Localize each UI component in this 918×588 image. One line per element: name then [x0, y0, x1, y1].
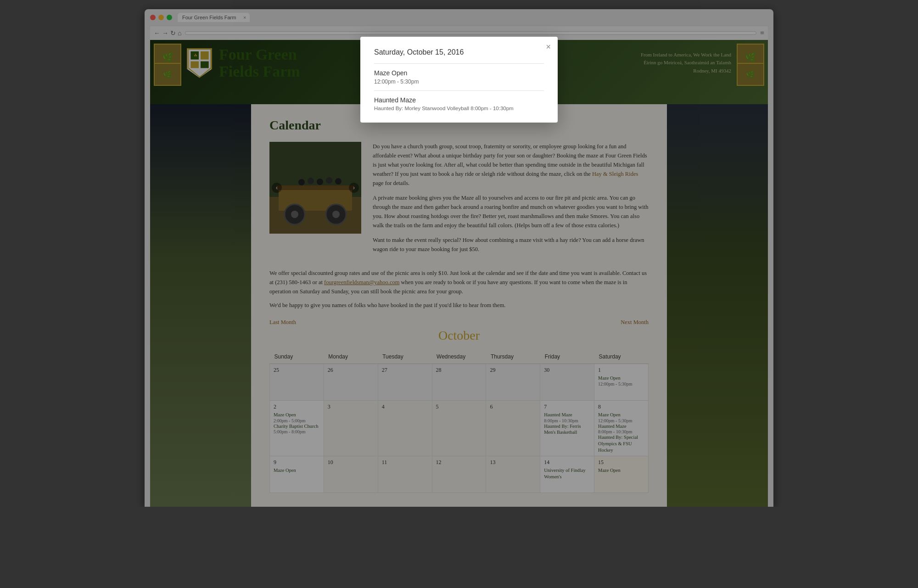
modal-event-1-time: 12:00pm - 5:30pm — [374, 78, 544, 85]
modal-event-2-detail: Haunted By: Morley Stanwood Volleyball 8… — [374, 106, 544, 111]
modal-event-1-title: Maze Open — [374, 69, 544, 77]
modal-overlay[interactable]: × Saturday, October 15, 2016 Maze Open 1… — [0, 0, 918, 507]
modal-date: Saturday, October 15, 2016 — [374, 48, 544, 56]
modal-event-2-title: Haunted Maze — [374, 96, 544, 104]
event-modal: × Saturday, October 15, 2016 Maze Open 1… — [360, 37, 558, 123]
modal-close-button[interactable]: × — [546, 42, 551, 52]
modal-divider-2 — [374, 90, 544, 91]
modal-divider-1 — [374, 63, 544, 64]
